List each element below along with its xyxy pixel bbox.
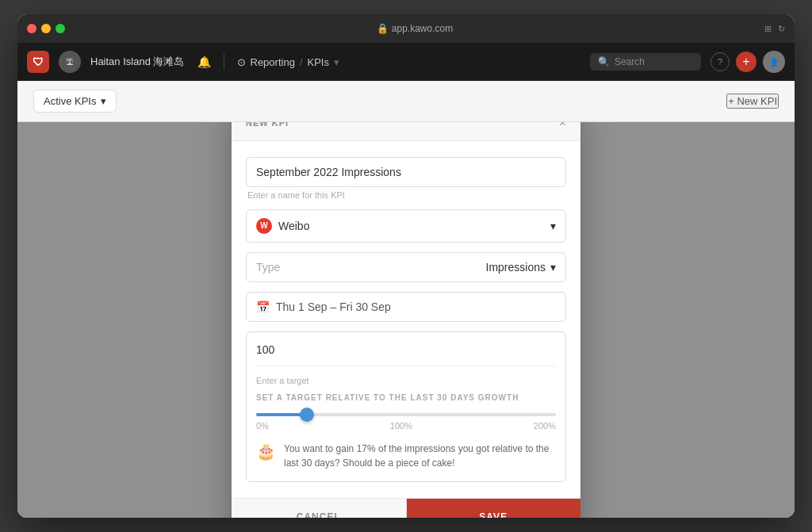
target-section: Enter a target SET A TARGET RELATIVE TO … <box>246 331 566 482</box>
slider-section-label: SET A TARGET RELATIVE TO THE LAST 30 DAY… <box>256 393 556 402</box>
dropdown-chevron-icon: ▾ <box>101 95 106 107</box>
close-traffic-light[interactable] <box>27 24 36 33</box>
search-label: Search <box>615 56 645 67</box>
kpi-name-hint: Enter a name for this KPI <box>246 190 566 200</box>
screen-share-icon: ⊞ <box>764 24 772 34</box>
modal-close-button[interactable]: × <box>559 122 566 129</box>
toolbar: Active KPIs ▾ + New KPI <box>17 81 795 122</box>
tip-text: You want to gain 17% of the impressions … <box>284 442 556 470</box>
breadcrumb-icon: ⊙ <box>237 56 246 68</box>
target-divider <box>256 366 556 366</box>
add-button[interactable]: + <box>736 52 756 72</box>
app-logo[interactable]: 🛡 <box>27 51 49 73</box>
bell-icon[interactable]: 🔔 <box>197 55 211 68</box>
target-hint: Enter a target <box>256 376 556 385</box>
kpi-name-input[interactable] <box>246 157 566 187</box>
weibo-icon: W <box>256 218 272 234</box>
active-kpis-label: Active KPIs <box>44 95 96 107</box>
type-label: Type <box>256 261 280 274</box>
type-chevron-icon: ▾ <box>550 261 556 274</box>
url-text: app.kawo.com <box>392 23 453 34</box>
platform-select[interactable]: W Weibo ▾ <box>246 209 566 243</box>
breadcrumb: ⊙ Reporting / KPIs ▾ <box>237 56 339 68</box>
slider-label-100: 100% <box>390 421 412 431</box>
workspace-avatar[interactable]: 🏝 <box>59 51 81 73</box>
add-icon: + <box>742 55 749 69</box>
modal-footer: CANCEL SAVE <box>232 498 580 519</box>
type-value-container[interactable]: Impressions ▾ <box>486 261 556 274</box>
help-icon: ? <box>718 57 722 67</box>
url-bar: 🔒 app.kawo.com <box>65 23 764 34</box>
help-button[interactable]: ? <box>710 52 730 71</box>
nav-actions: ? + 👤 <box>710 51 785 73</box>
search-icon: 🔍 <box>598 56 610 67</box>
slider-label-0: 0% <box>256 421 269 431</box>
slider-thumb[interactable] <box>300 408 314 422</box>
breadcrumb-separator: / <box>300 56 303 68</box>
title-bar-actions: ⊞ ↻ <box>764 24 785 34</box>
modal-body: Enter a name for this KPI W Weibo ▾ Type <box>232 141 580 498</box>
modal-title: NEW KPI <box>246 122 289 128</box>
date-range-text: Thu 1 Sep – Fri 30 Sep <box>276 300 391 313</box>
slider-labels: 0% 100% 200% <box>256 421 556 431</box>
maximize-traffic-light[interactable] <box>56 24 65 33</box>
cancel-button[interactable]: CANCEL <box>232 499 407 519</box>
nav-divider <box>224 54 224 70</box>
slider-container: 0% 100% 200% <box>256 410 556 434</box>
modal-overlay: NEW KPI × Enter a name for this KPI W We <box>17 122 795 518</box>
cake-emoji: 🎂 <box>256 442 276 461</box>
avatar-img: 👤 <box>769 58 779 67</box>
new-kpi-modal: NEW KPI × Enter a name for this KPI W We <box>232 122 580 518</box>
calendar-icon: 📅 <box>256 300 270 313</box>
kpi-name-group: Enter a name for this KPI <box>246 157 566 200</box>
mac-window: 🔒 app.kawo.com ⊞ ↻ 🛡 🏝 Haitan Island 海滩岛… <box>17 14 795 518</box>
platform-select-left: W Weibo <box>256 218 309 234</box>
lock-icon: 🔒 <box>377 23 389 34</box>
logo-icon: 🛡 <box>33 55 44 68</box>
modal-header: NEW KPI × <box>232 122 580 141</box>
active-kpis-button[interactable]: Active KPIs ▾ <box>33 90 117 113</box>
platform-label: Weibo <box>278 220 309 232</box>
traffic-lights <box>27 24 65 33</box>
target-input[interactable] <box>256 343 556 356</box>
type-row: Type Impressions ▾ <box>246 252 566 282</box>
new-kpi-label: + New KPI <box>728 95 777 107</box>
type-value-text: Impressions <box>486 261 546 274</box>
breadcrumb-section[interactable]: Reporting <box>251 56 295 68</box>
tip-row: 🎂 You want to gain 17% of the impression… <box>256 442 556 470</box>
user-avatar[interactable]: 👤 <box>763 51 785 73</box>
breadcrumb-chevron: ▾ <box>334 56 339 68</box>
workspace-name[interactable]: Haitan Island 海滩岛 <box>90 55 185 69</box>
refresh-icon: ↻ <box>778 24 785 34</box>
workspace-avatar-img: 🏝 <box>66 58 74 67</box>
breadcrumb-page[interactable]: KPIs <box>308 56 329 68</box>
platform-chevron-icon: ▾ <box>550 220 556 232</box>
new-kpi-button[interactable]: + New KPI <box>726 94 779 109</box>
minimize-traffic-light[interactable] <box>41 24 51 33</box>
slider-track <box>256 413 556 416</box>
nav-bar: 🛡 🏝 Haitan Island 海滩岛 🔔 ⊙ Reporting / KP… <box>17 43 795 81</box>
slider-label-200: 200% <box>534 421 556 431</box>
title-bar: 🔒 app.kawo.com ⊞ ↻ <box>17 14 795 43</box>
save-button[interactable]: SAVE <box>407 499 581 519</box>
search-bar[interactable]: 🔍 Search <box>590 53 701 71</box>
date-range-row[interactable]: 📅 Thu 1 Sep – Fri 30 Sep <box>246 292 566 322</box>
main-content: You haven't set any KPIs yet. Create one… <box>17 122 795 518</box>
